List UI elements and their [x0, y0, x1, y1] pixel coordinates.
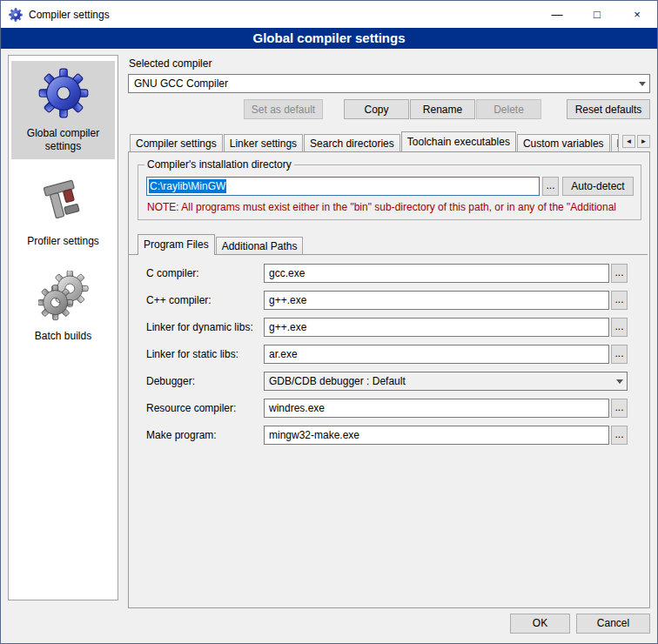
- selected-compiler-select[interactable]: GNU GCC Compiler: [128, 74, 650, 93]
- debugger-select[interactable]: GDB/CDB debugger : Default: [264, 372, 628, 391]
- window-controls: — □ ×: [537, 1, 657, 28]
- linker-static-browse-button[interactable]: ...: [611, 345, 628, 364]
- cpp-compiler-label: C++ compiler:: [146, 294, 264, 306]
- ok-button[interactable]: OK: [510, 614, 570, 634]
- toolchain-executables-page: Compiler's installation directory C:\ray…: [128, 151, 650, 608]
- page-title: Global compiler settings: [1, 28, 657, 49]
- installation-directory-value: C:\raylib\MinGW: [149, 179, 226, 193]
- debugger-value: GDB/CDB debugger : Default: [269, 375, 406, 387]
- tab-search-directories[interactable]: Search directories: [304, 134, 400, 151]
- linker-static-row: Linker for static libs: ar.exe ...: [146, 345, 628, 364]
- tabs-scroll-left-button[interactable]: ◄: [622, 135, 635, 148]
- cpp-compiler-input[interactable]: g++.exe: [264, 291, 609, 310]
- cpp-compiler-value: g++.exe: [269, 294, 306, 306]
- gray-gears-icon: [38, 271, 89, 321]
- reset-defaults-button[interactable]: Reset defaults: [567, 99, 650, 119]
- c-compiler-value: gcc.exe: [269, 267, 305, 279]
- tab-linker-settings[interactable]: Linker settings: [224, 134, 303, 151]
- titlebar: Compiler settings — □ ×: [1, 1, 657, 28]
- compiler-settings-window: Compiler settings — □ × Global compiler …: [0, 0, 658, 644]
- tab-compiler-settings[interactable]: Compiler settings: [130, 134, 223, 151]
- sidebar-item-global-compiler-settings[interactable]: Global compiler settings: [11, 61, 115, 159]
- tab-scroll-buttons: ◄ ►: [621, 135, 650, 148]
- selected-compiler-value: GNU GCC Compiler: [134, 77, 228, 90]
- installation-note: NOTE: All programs must exist either in …: [147, 201, 634, 213]
- cpp-compiler-row: C++ compiler: g++.exe ...: [146, 291, 628, 310]
- dialog-footer: OK Cancel: [1, 608, 657, 643]
- maximize-button[interactable]: □: [577, 1, 617, 28]
- delete-button[interactable]: Delete: [476, 99, 541, 119]
- tabs-scroll-right-button[interactable]: ►: [637, 135, 650, 148]
- c-compiler-row: C compiler: gcc.exe ...: [146, 264, 628, 283]
- cpp-compiler-browse-button[interactable]: ...: [611, 291, 628, 310]
- resource-compiler-label: Resource compiler:: [146, 402, 264, 414]
- linker-static-input[interactable]: ar.exe: [264, 345, 609, 364]
- selected-compiler-label: Selected compiler: [129, 57, 650, 70]
- linker-dynamic-row: Linker for dynamic libs: g++.exe ...: [146, 318, 628, 337]
- copy-button[interactable]: Copy: [344, 99, 409, 119]
- settings-category-list: Global compiler settings Profiler settin…: [8, 55, 118, 600]
- make-program-input[interactable]: mingw32-make.exe: [264, 426, 609, 445]
- resource-compiler-row: Resource compiler: windres.exe ...: [146, 399, 628, 418]
- installation-directory-input[interactable]: C:\raylib\MinGW: [146, 177, 540, 196]
- blue-gear-icon: [38, 68, 89, 118]
- program-files-page: C compiler: gcc.exe ... C++ compiler: g+…: [129, 254, 648, 445]
- installation-directory-row: C:\raylib\MinGW ... Auto-detect: [146, 177, 634, 196]
- linker-dynamic-value: g++.exe: [269, 321, 306, 333]
- make-program-label: Make program:: [146, 429, 264, 441]
- make-program-row: Make program: mingw32-make.exe ...: [146, 426, 628, 445]
- tab-custom-variables[interactable]: Custom variables: [517, 134, 610, 151]
- c-compiler-label: C compiler:: [146, 267, 264, 279]
- linker-static-label: Linker for static libs:: [146, 348, 264, 360]
- tab-toolchain-executables[interactable]: Toolchain executables: [401, 131, 516, 151]
- sidebar-item-label: Global compiler settings: [13, 127, 113, 153]
- debugger-label: Debugger:: [146, 375, 264, 387]
- make-program-browse-button[interactable]: ...: [611, 426, 628, 445]
- dialog-body: Global compiler settings Profiler settin…: [1, 49, 657, 608]
- settings-tabstrip: Compiler settings Linker settings Search…: [128, 131, 650, 151]
- sidebar-item-profiler-settings[interactable]: Profiler settings: [11, 169, 115, 254]
- profiler-tool-icon: [38, 176, 89, 226]
- tab-program-files[interactable]: Program Files: [138, 234, 215, 255]
- sidebar-item-batch-builds[interactable]: Batch builds: [11, 264, 115, 349]
- debugger-row: Debugger: GDB/CDB debugger : Default: [146, 372, 628, 391]
- close-button[interactable]: ×: [617, 1, 657, 28]
- installation-directory-label: Compiler's installation directory: [144, 158, 294, 171]
- linker-static-value: ar.exe: [269, 348, 298, 360]
- set-as-default-button[interactable]: Set as default: [244, 99, 323, 119]
- dropdown-arrow-icon: [612, 372, 627, 390]
- window-title: Compiler settings: [29, 9, 110, 21]
- resource-compiler-input[interactable]: windres.exe: [264, 399, 609, 418]
- sidebar-item-label: Profiler settings: [27, 235, 99, 248]
- tab-additional-paths[interactable]: Additional Paths: [216, 237, 304, 254]
- auto-detect-button[interactable]: Auto-detect: [562, 177, 634, 196]
- compiler-actions: Set as default Copy Rename Delete Reset …: [128, 99, 650, 119]
- minimize-button[interactable]: —: [537, 1, 577, 28]
- linker-dynamic-input[interactable]: g++.exe: [264, 318, 609, 337]
- tab-build-options[interactable]: Buil: [611, 134, 619, 151]
- app-gear-icon: [9, 8, 23, 22]
- rename-button[interactable]: Rename: [410, 99, 475, 119]
- sidebar-item-label: Batch builds: [35, 330, 91, 343]
- programs-tabstrip: Program Files Additional Paths: [138, 233, 641, 254]
- linker-dynamic-label: Linker for dynamic libs:: [146, 321, 264, 333]
- make-program-value: mingw32-make.exe: [269, 429, 359, 441]
- c-compiler-browse-button[interactable]: ...: [611, 264, 628, 283]
- resource-compiler-browse-button[interactable]: ...: [611, 399, 628, 418]
- c-compiler-input[interactable]: gcc.exe: [264, 264, 609, 283]
- main-panel: Selected compiler GNU GCC Compiler Set a…: [128, 55, 650, 608]
- dropdown-arrow-icon: [634, 75, 649, 92]
- installation-directory-group: Compiler's installation directory C:\ray…: [138, 164, 641, 220]
- linker-dynamic-browse-button[interactable]: ...: [611, 318, 628, 337]
- resource-compiler-value: windres.exe: [269, 402, 325, 414]
- installation-directory-browse-button[interactable]: ...: [542, 177, 559, 196]
- cancel-button[interactable]: Cancel: [576, 614, 650, 634]
